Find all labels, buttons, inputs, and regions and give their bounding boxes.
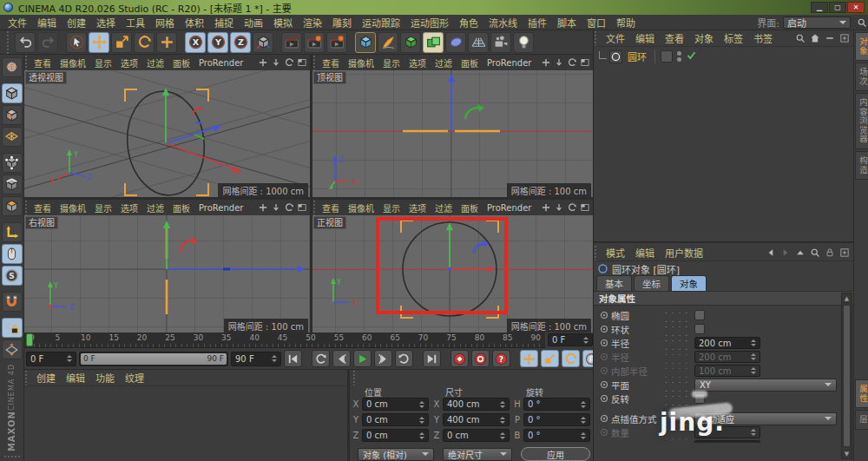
add-cube-icon[interactable] — [355, 32, 376, 53]
zoom-icon[interactable] — [270, 202, 281, 214]
dock-tab[interactable]: 对象 — [855, 32, 868, 61]
minus-icon[interactable] — [823, 32, 836, 45]
apply-button[interactable]: 应用 — [521, 447, 590, 461]
checkbox[interactable] — [694, 310, 705, 320]
pan-icon[interactable] — [257, 57, 268, 69]
viewport-menu-item[interactable]: 查看 — [318, 201, 344, 214]
dropdown[interactable]: XY — [694, 379, 837, 392]
render-picture-icon[interactable] — [304, 32, 325, 53]
value-field[interactable]: 200 cm — [694, 351, 760, 363]
enable-snap-icon[interactable]: S — [2, 266, 23, 286]
main-menu-item[interactable]: 运动跟踪 — [357, 16, 405, 30]
size-mode-dropdown[interactable]: 绝对尺寸 — [443, 448, 512, 461]
viewport-menu-item[interactable]: 显示 — [378, 56, 404, 69]
main-menu-item[interactable]: 体积 — [180, 16, 209, 30]
main-menu-item[interactable]: 窗口 — [582, 16, 611, 30]
coordinate-field[interactable]: 0 ° — [523, 413, 590, 426]
main-menu-item[interactable]: 选择 — [91, 16, 121, 30]
main-menu-item[interactable]: 捕捉 — [209, 16, 239, 30]
record-icon[interactable] — [450, 350, 469, 367]
object-row[interactable]: 圆环 — [597, 49, 854, 64]
viewport-menu-item[interactable]: 显示 — [378, 201, 404, 214]
object-menu-item[interactable]: 书签 — [748, 31, 778, 45]
pan-icon[interactable] — [257, 202, 268, 214]
interface-select[interactable]: 启动 — [783, 16, 851, 29]
timeline-range-slider[interactable]: 0 F90 F — [79, 352, 228, 366]
end-frame-field[interactable]: 90 F — [231, 352, 281, 366]
viewport-menu-item[interactable]: 显示 — [90, 201, 116, 214]
main-menu-item[interactable]: 运动图形 — [405, 16, 454, 30]
panel-add-icon[interactable] — [838, 247, 851, 260]
attribute-menu-item[interactable]: 用户数据 — [660, 246, 708, 260]
viewport-menu-item[interactable]: 过滤 — [142, 56, 168, 69]
points-mode-icon[interactable] — [2, 153, 23, 173]
arrow-right-icon[interactable] — [779, 247, 792, 260]
current-frame-field[interactable]: 0 F — [26, 352, 76, 366]
viewport-menu-item[interactable]: 面板 — [457, 201, 483, 214]
keyframe-dot-icon[interactable] — [597, 322, 611, 336]
keyframe-dot-icon[interactable] — [597, 336, 611, 350]
viewport-menu-item[interactable]: 过滤 — [431, 201, 457, 214]
pen-spline-icon[interactable] — [378, 32, 398, 53]
pan-icon[interactable] — [540, 202, 551, 214]
lock-icon[interactable] — [823, 247, 836, 260]
viewport-menu-item[interactable]: 查看 — [318, 56, 344, 69]
keyframe-selection-icon[interactable]: ? — [492, 350, 510, 367]
viewport-menu-item[interactable]: 过滤 — [431, 56, 457, 69]
object-name[interactable]: 圆环 — [625, 49, 649, 63]
viewport-menu-handle[interactable] — [24, 200, 29, 215]
toggle-panes-icon[interactable] — [579, 202, 590, 214]
main-menu-item[interactable]: 网格 — [150, 16, 180, 30]
keyframe-dot-icon[interactable] — [597, 392, 611, 405]
autokey-icon[interactable] — [471, 350, 490, 367]
viewport-menu-item[interactable]: 显示 — [90, 56, 116, 69]
object-menu-item[interactable]: 标签 — [719, 31, 748, 45]
keyframe-dot-icon[interactable] — [597, 378, 611, 392]
dock-tab[interactable]: 场次 — [855, 63, 868, 91]
object-menu-item[interactable]: 对象 — [689, 31, 719, 45]
subdivision-surface-icon[interactable] — [400, 32, 421, 53]
timeline-ruler[interactable]: 051015202530354045505560657075808590 — [24, 333, 545, 348]
scale-icon[interactable] — [111, 32, 132, 53]
panel-drag-handle[interactable] — [352, 370, 357, 385]
dock-tab[interactable]: 层 — [855, 410, 868, 430]
coordinate-field[interactable]: 0 cm — [362, 413, 429, 426]
edges-mode-icon[interactable] — [2, 175, 23, 194]
material-menu-item[interactable]: 创建 — [31, 371, 61, 385]
checkbox[interactable] — [694, 324, 705, 334]
main-menu-item[interactable]: 工具 — [121, 16, 150, 30]
toggle-panes-icon[interactable] — [296, 57, 307, 69]
coordinate-mode-dropdown[interactable]: 对象 (相对) — [358, 448, 434, 461]
dock-tab[interactable]: 内容浏览器 — [855, 93, 868, 149]
circle-spline-icon[interactable] — [609, 50, 622, 63]
main-menu-item[interactable]: 创建 — [62, 16, 91, 30]
snap-settings-icon[interactable] — [2, 292, 23, 312]
object-menu-item[interactable]: 文件 — [601, 31, 630, 45]
main-menu-item[interactable]: 渲染 — [298, 16, 327, 30]
key-scale-icon[interactable] — [541, 350, 559, 367]
viewport-menu-handle[interactable] — [312, 200, 317, 215]
goto-start-icon[interactable] — [284, 350, 302, 367]
attribute-scrollbar[interactable]: ▲ ▼ — [841, 293, 852, 459]
viewport-menu-handle[interactable] — [24, 55, 29, 70]
keyframe-dot-icon[interactable] — [597, 425, 611, 439]
keyframe-dot-icon[interactable] — [597, 412, 611, 425]
viewport-menu-item[interactable]: 查看 — [30, 56, 56, 69]
main-menu-item[interactable]: 模拟 — [268, 16, 298, 30]
viewport-solo-icon[interactable] — [2, 244, 23, 264]
workplane-mode-icon[interactable] — [2, 127, 23, 147]
attribute-tab[interactable]: 基本 — [596, 275, 632, 291]
attribute-tab[interactable]: 坐标 — [634, 275, 669, 291]
key-position-icon[interactable] — [520, 350, 538, 367]
timeline-playhead[interactable] — [26, 333, 33, 346]
toolbar-drag-handle[interactable] — [6, 30, 10, 54]
object-menu-item[interactable]: 编辑 — [630, 31, 660, 45]
ruler-frame-field[interactable]: 0 F — [548, 333, 593, 346]
coordinate-system-icon[interactable] — [253, 32, 273, 53]
zoom-icon[interactable] — [553, 202, 564, 214]
redo-icon[interactable] — [37, 32, 58, 53]
viewport-menu-item[interactable]: 选项 — [404, 56, 431, 69]
viewport-menu-prorender[interactable]: ProRender — [483, 203, 536, 213]
lock-x-icon[interactable]: X — [185, 32, 206, 53]
mograph-icon[interactable] — [423, 32, 444, 53]
